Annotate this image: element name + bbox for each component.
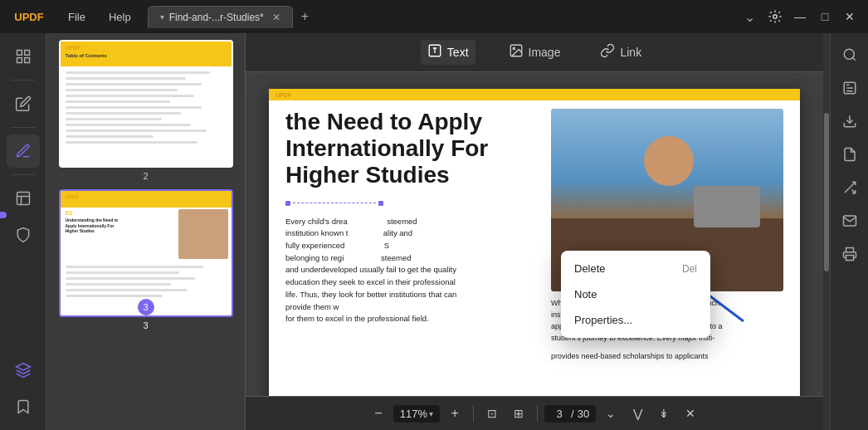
text-tool-button[interactable]: Text [421, 40, 475, 65]
sidebar-icon-protect[interactable] [7, 218, 40, 252]
toolbar-divider-1 [473, 405, 474, 422]
page-main-title: the Need to Apply Internationally For Hi… [285, 109, 538, 189]
link-tool-icon [600, 43, 615, 61]
bottom-toolbar: − 117% ▾ + ⊡ ⊞ 3 / 30 ⌄ ⋁ ↡ ✕ [246, 396, 823, 430]
thumb-page-number-3: 3 [59, 320, 233, 332]
text-tool-label: Text [447, 46, 469, 59]
sidebar-icon-edit[interactable] [7, 87, 40, 120]
svg-rect-5 [17, 193, 29, 205]
link-tool-label: Link [620, 46, 641, 59]
right-print-icon[interactable] [835, 239, 865, 269]
page-display[interactable]: 3 / 30 [544, 405, 596, 423]
tab-close-icon[interactable]: ✕ [272, 12, 280, 23]
thumb-page2-preview: UPDF Table of Contents [61, 42, 232, 166]
titlebar-chevron-icon[interactable]: ⌄ [738, 6, 762, 28]
last-page-button[interactable]: ↡ [652, 402, 675, 425]
sidebar-icon-bookmark[interactable] [7, 390, 40, 423]
sidebar-icon-layers[interactable] [7, 354, 40, 387]
svg-point-0 [773, 15, 778, 19]
sidebar-divider-3 [11, 174, 36, 175]
image-tool-icon [509, 43, 524, 61]
sidebar-icon-pages[interactable] [7, 40, 40, 73]
thumbnail-page-2[interactable]: UPDF Table of Contents [59, 40, 233, 183]
context-menu-delete[interactable]: Delete Del [561, 256, 710, 281]
page-body-text: Every child's drea steemed institution k… [285, 216, 538, 325]
pdf-viewport: UPDF the Need to Apply Internationally F… [246, 72, 823, 396]
sidebar-divider-1 [11, 80, 36, 81]
fit-width-button[interactable]: ⊡ [480, 402, 504, 425]
right-export-icon[interactable] [835, 106, 865, 136]
svg-point-9 [513, 47, 514, 49]
close-button[interactable]: ✕ [838, 5, 861, 28]
maximize-button[interactable]: □ [813, 5, 836, 28]
thumbnail-page-3[interactable]: UPDF 01 Understanding the Need to Apply … [59, 189, 233, 332]
minimize-button[interactable]: — [788, 5, 812, 28]
menu-file[interactable]: File [58, 7, 95, 27]
fit-page-button[interactable]: ⊞ [507, 402, 530, 425]
photo-head [644, 136, 694, 186]
photo-laptop [694, 186, 760, 227]
zoom-in-button[interactable]: + [443, 402, 466, 425]
right-sidebar [830, 33, 868, 430]
page-bottom-text-2: provides need-based scholarships to appl… [551, 351, 783, 363]
prev-page-button[interactable]: ⌄ [599, 402, 622, 425]
next-page-double-button[interactable]: ⋁ [626, 402, 649, 425]
svg-rect-1 [17, 51, 22, 56]
link-tool-button[interactable]: Link [593, 40, 648, 65]
svg-rect-3 [17, 58, 22, 63]
tab-document[interactable]: ▾ Find-and-...r-Studies* ✕ [148, 6, 293, 28]
current-page-input[interactable]: 3 [551, 408, 568, 420]
sel-handle-tl [285, 201, 290, 206]
note-label: Note [574, 288, 597, 301]
sidebar-icon-forms[interactable] [7, 182, 40, 215]
left-sidebar [0, 33, 46, 430]
active-indicator [0, 212, 7, 218]
sidebar-bottom [7, 354, 40, 423]
titlebar: UPDF File Help ▾ Find-and-...r-Studies* … [0, 0, 868, 33]
scrollbar-track[interactable] [823, 33, 830, 430]
svg-line-13 [852, 57, 855, 60]
zoom-display[interactable]: 117% ▾ [393, 405, 440, 423]
sidebar-divider-2 [11, 127, 36, 128]
right-search-icon[interactable] [835, 40, 865, 70]
right-share-icon[interactable] [835, 173, 865, 203]
text-tool-icon [427, 43, 442, 61]
app-logo: UPDF [0, 11, 58, 23]
delete-shortcut: Del [682, 263, 697, 275]
thumb-page-number-2: 2 [59, 171, 233, 183]
settings-icon[interactable] [762, 3, 788, 30]
page-top-bar: UPDF [269, 89, 800, 100]
page-content: the Need to Apply Internationally For Hi… [269, 100, 800, 379]
tab-dropdown-icon[interactable]: ▾ [160, 12, 164, 22]
toolbar-divider-2 [537, 405, 538, 422]
image-tool-button[interactable]: Image [502, 40, 568, 65]
right-mail-icon[interactable] [835, 206, 865, 236]
content-area: Text Image Link [246, 33, 823, 430]
tab-title: Find-and-...r-Studies* [169, 12, 264, 23]
sidebar-icon-annotate[interactable] [7, 134, 40, 168]
right-file-icon[interactable] [835, 139, 865, 169]
scrollbar-thumb[interactable] [824, 113, 829, 271]
context-menu-properties[interactable]: Properties... [561, 307, 710, 333]
thumb-active-badge: 3 [138, 299, 154, 315]
main-layout: UPDF Table of Contents [0, 33, 868, 430]
menu-bar: File Help [58, 7, 141, 27]
pdf-page: UPDF the Need to Apply Internationally F… [269, 89, 800, 396]
svg-rect-4 [24, 58, 29, 63]
close-find-button[interactable]: ✕ [679, 402, 702, 425]
sel-line [293, 203, 376, 203]
zoom-out-button[interactable]: − [367, 402, 390, 425]
svg-marker-6 [16, 364, 30, 370]
zoom-dropdown-icon: ▾ [429, 409, 433, 418]
thumbnail-panel: UPDF Table of Contents [46, 33, 246, 430]
new-tab-button[interactable]: + [293, 6, 317, 27]
context-menu-note[interactable]: Note [561, 281, 710, 307]
svg-rect-18 [846, 256, 853, 261]
right-ocr-icon[interactable] [835, 73, 865, 103]
menu-help[interactable]: Help [99, 7, 141, 27]
tab-bar: ▾ Find-and-...r-Studies* ✕ + [148, 6, 738, 28]
image-tool-label: Image [529, 46, 561, 59]
context-menu: Delete Del Note Properties... [561, 251, 710, 338]
thumb-card-3: UPDF 01 Understanding the Need to Apply … [59, 189, 233, 317]
window-controls: — □ ✕ [788, 5, 868, 28]
